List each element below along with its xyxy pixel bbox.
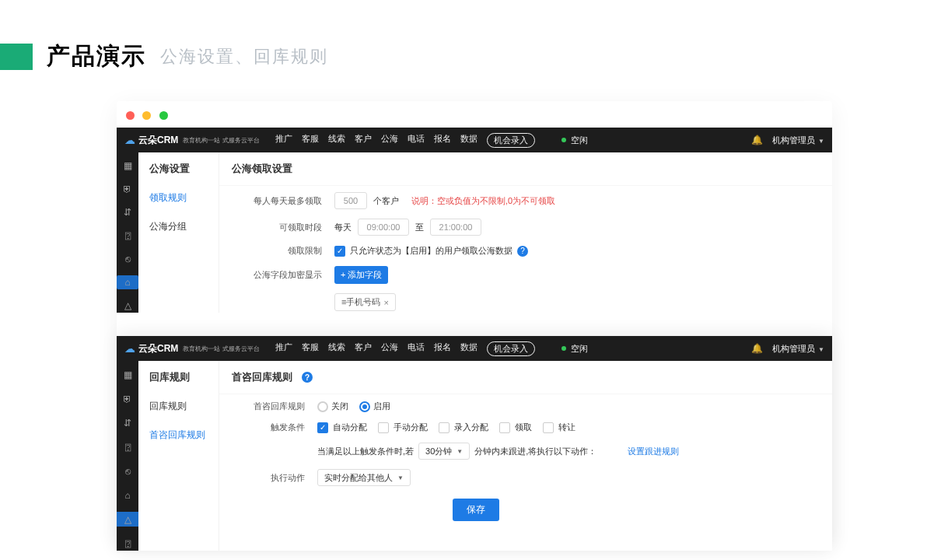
sidebar-item-return-rule[interactable]: 回库规则 xyxy=(138,392,219,421)
sidebar: 回库规则 回库规则 首咨回库规则 xyxy=(138,361,219,551)
followup-rule-link[interactable]: 设置跟进规则 xyxy=(628,446,679,457)
icon-rail: ▦ ⛨ ⇵ ⍰ ⎋ ⌂ △ xyxy=(117,152,138,313)
daily-limit-input[interactable] xyxy=(334,192,367,209)
help-icon[interactable]: ? xyxy=(517,246,528,257)
label-action: 执行动作 xyxy=(243,472,305,484)
radio-off[interactable]: 关闭 xyxy=(317,401,348,412)
tag-remove-icon[interactable]: × xyxy=(383,298,388,307)
sidebar-item-first-rule[interactable]: 首咨回库规则 xyxy=(138,421,219,450)
top-nav: 推广 客服 线索 客户 公海 电话 报名 数据 机会录入 xyxy=(275,133,535,148)
nav-item[interactable]: 报名 xyxy=(434,341,451,356)
chk-auto[interactable]: ✓自动分配 xyxy=(317,422,367,433)
user-label: 机构管理员 xyxy=(772,135,815,145)
chk-claim[interactable]: 领取 xyxy=(499,422,532,433)
rail-icon[interactable]: ⇵ xyxy=(117,415,138,430)
rail-icon[interactable]: ⛨ xyxy=(117,391,138,406)
rail-icon-active[interactable]: ⌂ xyxy=(117,275,138,289)
nav-item[interactable]: 客服 xyxy=(302,133,319,148)
user-label: 机构管理员 xyxy=(772,344,815,353)
nav-item[interactable]: 线索 xyxy=(328,133,345,148)
max-dot[interactable] xyxy=(159,111,168,120)
user-menu[interactable]: 机构管理员▼ xyxy=(772,135,824,146)
field-tag-phone: ≡手机号码× xyxy=(334,293,396,311)
rail-icon[interactable]: ⛨ xyxy=(117,182,138,196)
rail-icon[interactable]: ⎋ xyxy=(117,252,138,266)
nav-item[interactable]: 客户 xyxy=(355,133,372,148)
chevron-down-icon: ▼ xyxy=(818,346,824,353)
chk-entry[interactable]: 录入分配 xyxy=(439,422,488,433)
status[interactable]: 空闲 xyxy=(561,343,588,355)
content-title-text: 公海领取设置 xyxy=(232,162,292,176)
radio-icon xyxy=(359,401,370,412)
cloud-icon: ☁ xyxy=(124,342,135,355)
chevron-down-icon: ▼ xyxy=(457,448,463,455)
rail-icon[interactable]: ⍰ xyxy=(117,439,138,454)
heading-sub: 公海设置、回库规则 xyxy=(160,45,328,68)
checkbox-enabled[interactable]: ✓ xyxy=(334,246,345,257)
app-window-2: ☁ 云朵CRM 教育机构一站 式服务云平台 推广 客服 线索 客户 公海 电话 … xyxy=(117,336,832,551)
status[interactable]: 空闲 xyxy=(561,135,588,146)
content-title: 首咨回库规则 ? xyxy=(219,361,832,394)
condition-post: 分钟内未跟进,将执行以下动作： xyxy=(474,446,596,457)
claim-limit-text: 只允许状态为【启用】的用户领取公海数据 xyxy=(350,245,512,257)
checkbox-icon xyxy=(378,422,389,433)
checkbox-icon xyxy=(499,422,510,433)
checkbox-icon xyxy=(543,422,554,433)
rail-icon[interactable]: ⍰ xyxy=(117,536,138,551)
save-button[interactable]: 保存 xyxy=(453,499,499,521)
chevron-down-icon: ▼ xyxy=(397,474,404,481)
nav-item[interactable]: 客服 xyxy=(302,341,319,356)
chk-manual[interactable]: 手动分配 xyxy=(378,422,428,433)
rail-icon[interactable]: ⍰ xyxy=(117,229,138,243)
sidebar: 公海设置 领取规则 公海分组 xyxy=(138,152,219,313)
nav-item[interactable]: 电话 xyxy=(408,133,425,148)
label-first-rule: 首咨回库规则 xyxy=(243,401,305,412)
nav-item[interactable]: 电话 xyxy=(408,341,425,356)
chk-transfer[interactable]: 转让 xyxy=(543,422,575,433)
rail-icon[interactable]: ⎋ xyxy=(117,464,138,478)
nav-item[interactable]: 线索 xyxy=(328,341,345,356)
min-dot[interactable] xyxy=(142,111,151,120)
nav-item[interactable]: 客户 xyxy=(355,341,372,356)
close-dot[interactable] xyxy=(126,111,135,120)
logo-text: 云朵CRM xyxy=(138,134,178,147)
sidebar-title: 公海设置 xyxy=(138,152,219,184)
duration-select[interactable]: 30分钟▼ xyxy=(418,443,470,460)
cloud-icon: ☁ xyxy=(124,134,135,146)
rail-icon[interactable]: ⇵ xyxy=(117,205,138,219)
logo[interactable]: ☁ 云朵CRM 教育机构一站 式服务云平台 xyxy=(117,134,268,147)
content: 公海领取设置 每人每天最多领取 个客户 说明：空或负值为不限制,0为不可领取 可… xyxy=(219,152,832,313)
user-menu[interactable]: 机构管理员▼ xyxy=(772,343,824,355)
appbar: ☁ 云朵CRM 教育机构一站 式服务云平台 推广 客服 线索 客户 公海 电话 … xyxy=(117,336,832,361)
help-icon[interactable]: ? xyxy=(302,372,313,383)
unit-customer: 个客户 xyxy=(373,195,399,207)
nav-item[interactable]: 推广 xyxy=(275,133,292,148)
top-nav: 推广 客服 线索 客户 公海 电话 报名 数据 机会录入 xyxy=(275,341,535,356)
nav-pill[interactable]: 机会录入 xyxy=(487,341,535,356)
nav-item[interactable]: 公海 xyxy=(381,341,398,356)
label-trigger: 触发条件 xyxy=(243,422,305,433)
add-field-button[interactable]: + 添加字段 xyxy=(334,266,388,284)
nav-item[interactable]: 报名 xyxy=(434,133,451,148)
rail-icon[interactable]: △ xyxy=(117,299,138,313)
window-controls xyxy=(117,101,832,128)
radio-on[interactable]: 启用 xyxy=(359,401,390,412)
sidebar-item-claim-rule[interactable]: 领取规则 xyxy=(138,184,219,212)
rail-icon[interactable]: ▦ xyxy=(117,367,138,382)
bell-icon[interactable]: 🔔 xyxy=(751,135,763,145)
nav-item[interactable]: 数据 xyxy=(460,341,477,356)
rail-icon[interactable]: ⌂ xyxy=(117,488,138,502)
bell-icon[interactable]: 🔔 xyxy=(751,343,763,354)
time-to-input[interactable] xyxy=(430,219,481,236)
nav-item[interactable]: 推广 xyxy=(275,341,292,356)
logo[interactable]: ☁ 云朵CRM 教育机构一站 式服务云平台 xyxy=(117,342,268,355)
action-select[interactable]: 实时分配给其他人▼ xyxy=(317,469,411,486)
to-label: 至 xyxy=(415,222,424,233)
rail-icon[interactable]: ▦ xyxy=(117,159,138,173)
time-from-input[interactable] xyxy=(358,219,409,236)
nav-item[interactable]: 公海 xyxy=(381,133,398,148)
nav-item[interactable]: 数据 xyxy=(460,133,477,148)
rail-icon-active[interactable]: △ xyxy=(117,512,138,527)
sidebar-item-group[interactable]: 公海分组 xyxy=(138,212,219,241)
nav-pill[interactable]: 机会录入 xyxy=(487,133,535,148)
